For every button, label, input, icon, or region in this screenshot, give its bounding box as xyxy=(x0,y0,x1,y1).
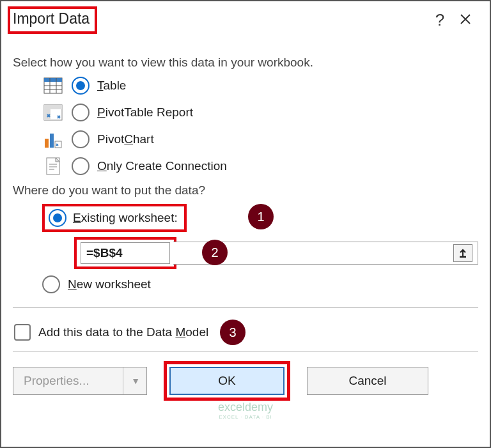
connection-icon xyxy=(42,157,64,176)
label-data-model: Add this data to the Data Model xyxy=(38,325,208,339)
collapse-icon xyxy=(457,247,469,259)
label-new-worksheet: New worksheet xyxy=(68,277,151,291)
option-new-worksheet[interactable]: New worksheet xyxy=(42,275,478,293)
step-badge-3: 3 xyxy=(220,320,246,345)
dialog-titlebar: Import Data ? xyxy=(1,1,490,40)
cancel-button[interactable]: Cancel xyxy=(307,367,428,395)
dialog-title: Import Data xyxy=(8,6,97,34)
add-to-data-model-row[interactable]: Add this data to the Data Model 3 xyxy=(14,320,478,345)
range-input[interactable] xyxy=(81,242,170,264)
radio-existing[interactable] xyxy=(49,209,66,227)
svg-rect-6 xyxy=(50,134,54,148)
option-existing-worksheet[interactable]: Existing worksheet: 1 xyxy=(42,204,478,232)
label-only-connection: Only Create Connection xyxy=(97,159,227,173)
dialog-buttons: Properties... ▼ OK Cancel xyxy=(1,361,490,412)
chevron-down-icon: ▼ xyxy=(123,367,140,394)
ok-button[interactable]: OK xyxy=(169,367,284,395)
radio-new-worksheet[interactable] xyxy=(42,275,60,293)
close-button[interactable] xyxy=(453,10,478,30)
radio-pivotchart[interactable] xyxy=(72,130,90,148)
radio-only-connection[interactable] xyxy=(72,157,90,175)
label-pivottable: PivotTable Report xyxy=(97,105,193,120)
close-icon xyxy=(459,13,472,26)
label-existing: Existing worksheet: xyxy=(73,211,178,225)
help-button[interactable]: ? xyxy=(427,10,453,30)
svg-rect-1 xyxy=(44,78,62,82)
range-input-row: 2 xyxy=(74,237,478,269)
properties-button[interactable]: Properties... ▼ xyxy=(13,367,147,395)
option-table[interactable]: Table xyxy=(42,76,478,95)
option-only-connection[interactable]: Only Create Connection xyxy=(42,157,478,176)
pivottable-icon xyxy=(42,103,64,122)
option-pivottable[interactable]: PivotTable Report xyxy=(42,103,478,122)
checkbox-data-model[interactable] xyxy=(14,324,31,341)
svg-rect-4 xyxy=(44,105,62,109)
properties-label: Properties... xyxy=(24,374,89,388)
radio-pivottable[interactable] xyxy=(72,104,90,121)
label-table: Table xyxy=(97,79,126,93)
dialog-body: Select how you want to view this data in… xyxy=(1,40,490,352)
divider xyxy=(13,307,478,308)
svg-rect-5 xyxy=(45,139,49,148)
pivotchart-icon xyxy=(42,130,64,149)
step-badge-2: 2 xyxy=(202,240,228,265)
label-pivotchart: PivotChart xyxy=(97,132,154,146)
collapse-dialog-button[interactable] xyxy=(453,244,472,262)
ok-button-highlight: OK xyxy=(164,361,290,401)
divider-2 xyxy=(13,351,478,352)
option-pivotchart[interactable]: PivotChart xyxy=(42,130,478,149)
radio-table[interactable] xyxy=(72,77,90,95)
table-icon xyxy=(42,76,64,95)
put-section-label: Where do you want to put the data? xyxy=(13,183,478,197)
view-section-label: Select how you want to view this data in… xyxy=(13,56,478,70)
step-badge-1: 1 xyxy=(248,204,274,229)
